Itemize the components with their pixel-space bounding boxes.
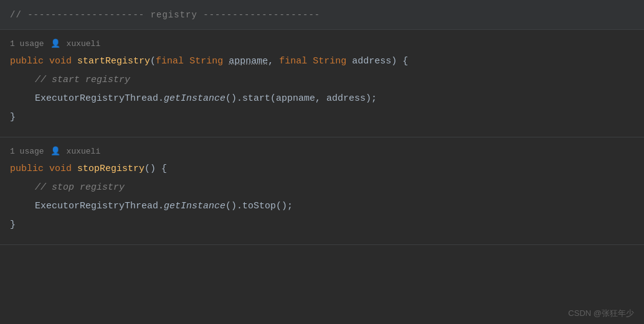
code-section-2: 1 usage 👤 xuxueli public void stopRegist… — [0, 137, 644, 245]
usage-line-2: 1 usage 👤 xuxueli — [0, 142, 644, 160]
keyword-public: public — [10, 56, 44, 67]
keyword-string-2: String — [313, 56, 346, 67]
keyword-void-2: void — [49, 164, 72, 174]
code-brace-close-2: } — [0, 216, 644, 234]
code-section-1: 1 usage 👤 xuxueli public void startRegis… — [0, 30, 644, 137]
keyword-public-2: public — [10, 164, 44, 174]
usage-count-2: 1 usage — [10, 147, 44, 156]
method-name-stop: stopRegistry — [77, 164, 144, 174]
usage-line-1: 1 usage 👤 xuxueli — [0, 35, 644, 52]
comment-stop-registry: // stop registry — [35, 182, 125, 193]
user-icon-2: 👤 — [50, 146, 60, 156]
watermark: CSDN @张狂年少 — [568, 308, 634, 319]
username-1: xuxueli — [67, 39, 101, 49]
code-container: // -------------------- registry -------… — [0, 0, 644, 324]
separator-text: // -------------------- registry -------… — [10, 10, 320, 20]
keyword-void: void — [49, 56, 72, 67]
method-getinstance-2: getInstance — [164, 201, 225, 211]
code-comment-2: // stop registry — [0, 178, 644, 197]
keyword-final-2: final — [279, 56, 307, 67]
keyword-final-1: final — [156, 56, 184, 67]
param-appname: appname — [229, 56, 268, 67]
usage-count-1: 1 usage — [10, 39, 44, 49]
method-name-start: startRegistry — [77, 56, 150, 67]
code-comment-1: // start registry — [0, 71, 644, 90]
username-2: xuxueli — [67, 147, 101, 156]
method-getinstance-1: getInstance — [164, 93, 225, 104]
comment-start-registry: // start registry — [35, 75, 130, 85]
code-executor-stop: ExecutorRegistryThread.getInstance().toS… — [0, 197, 644, 216]
user-icon-1: 👤 — [50, 39, 60, 49]
keyword-string-1: String — [189, 56, 223, 67]
code-brace-close-1: } — [0, 108, 644, 127]
code-executor-start: ExecutorRegistryThread.getInstance().sta… — [0, 90, 644, 108]
code-line-method-sig-2: public void stopRegistry() { — [0, 160, 644, 178]
separator-line: // -------------------- registry -------… — [0, 0, 644, 30]
code-line-method-sig-1: public void startRegistry(final String a… — [0, 52, 644, 71]
